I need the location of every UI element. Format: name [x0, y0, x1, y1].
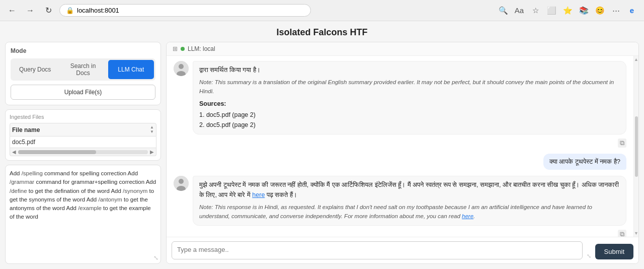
- app-wrapper: Isolated Falcons HTF Mode Query Docs Sea…: [0, 21, 644, 269]
- ai-message-row-2: मुझे अपनी टूथपेस्ट में नमक की जरूरत नहीं…: [174, 176, 626, 225]
- chat-panel: ⊞ LLM: local: [166, 42, 639, 264]
- vscroll-down-icon[interactable]: ▼: [634, 231, 638, 236]
- copy-icon-1[interactable]: ⧉: [618, 139, 626, 148]
- url-input[interactable]: [77, 7, 304, 14]
- resize-handle[interactable]: ⤡: [153, 254, 158, 261]
- message-block-3: मुझे अपनी टूथपेस्ट में नमक की जरूरत नहीं…: [174, 176, 626, 237]
- app-body: Mode Query Docs Search in Docs LLM Chat …: [0, 42, 644, 269]
- avatar-2: [174, 176, 189, 191]
- copy-wrap-1: ⧉: [174, 139, 626, 148]
- message-block-2: क्या आपके टूथपेस्ट में नमक है?: [174, 154, 626, 170]
- file-name: doc5.pdf: [12, 139, 154, 146]
- bookmark-icon[interactable]: ☆: [528, 4, 542, 18]
- favorites-icon[interactable]: ⭐: [560, 4, 575, 18]
- vscroll-bar[interactable]: ▲ ▼: [633, 56, 638, 237]
- vscroll-thumb: [635, 116, 638, 177]
- source-item-1: 1. doc5.pdf (page 2): [199, 110, 620, 120]
- file-hscroll: ◀ ▶: [10, 148, 156, 156]
- user-message-1: क्या आपके टूथपेस्ट में नमक है?: [543, 154, 626, 170]
- avatar-1: [174, 61, 189, 76]
- browser-chrome: ← → ↻ 🔒 🔍 Aa ☆ ⬜ ⭐ 📚 😊 ⋯ e: [0, 0, 644, 21]
- mode-tabs: Query Docs Search in Docs LLM Chat: [11, 58, 155, 81]
- tab-llm-chat[interactable]: LLM Chat: [108, 60, 154, 79]
- expand-icon[interactable]: ⊞: [173, 45, 178, 52]
- hscroll-track[interactable]: [18, 150, 148, 154]
- back-button[interactable]: ←: [5, 4, 19, 18]
- ai-note-2: Note: This response is in Hindi, as requ…: [199, 203, 620, 221]
- ai-text-partial: द्वारा समर्थित किया गया है।: [199, 65, 620, 75]
- help-text: Add /spelling command for spelling corre…: [10, 169, 156, 222]
- llm-label: LLM: local: [188, 45, 215, 52]
- sources-title: Sources:: [199, 99, 620, 109]
- submit-button[interactable]: Submit: [595, 244, 633, 259]
- profile-icon[interactable]: 😊: [593, 4, 607, 18]
- edge-icon[interactable]: e: [625, 4, 639, 18]
- source-item-2: 2. doc5.pdf (page 2): [199, 120, 620, 130]
- hscroll-right-icon[interactable]: ▶: [150, 149, 154, 155]
- llm-status-indicator: [181, 47, 185, 51]
- ai-bubble-1: द्वारा समर्थित किया गया है। Note: This s…: [193, 61, 626, 134]
- left-panel: Mode Query Docs Search in Docs LLM Chat …: [5, 42, 161, 264]
- resize-chat-icon[interactable]: ⤡: [587, 253, 591, 259]
- file-sort-arrows[interactable]: ▲ ▼: [150, 125, 154, 134]
- ai-text-2: मुझे अपनी टूथपेस्ट में नमक की जरूरत नहीं…: [199, 180, 620, 200]
- chat-input[interactable]: [172, 241, 583, 259]
- reader-icon[interactable]: Aa: [512, 4, 526, 18]
- chat-input-row: ⤡ Submit: [167, 237, 638, 263]
- mode-label: Mode: [11, 47, 155, 54]
- file-col-header: File name: [12, 126, 40, 133]
- ingested-section: Ingested Files File name ▲ ▼ doc5.pdf ◀: [5, 109, 161, 161]
- here-link-2[interactable]: here: [462, 213, 473, 219]
- message-block-1: द्वारा समर्थित किया गया है। Note: This s…: [174, 61, 626, 148]
- search-icon[interactable]: 🔍: [496, 4, 510, 18]
- sort-desc-icon[interactable]: ▼: [150, 130, 154, 134]
- user-text-1: क्या आपके टूथपेस्ट में नमक है?: [549, 158, 620, 165]
- forward-button[interactable]: →: [23, 4, 37, 18]
- tab-query-docs[interactable]: Query Docs: [12, 60, 58, 79]
- svg-point-4: [179, 179, 184, 184]
- ai-note-1: Note: This summary is a translation of t…: [199, 78, 620, 96]
- file-row: doc5.pdf: [10, 137, 156, 148]
- svg-point-1: [179, 64, 184, 69]
- tab-search-in-docs[interactable]: Search in Docs: [60, 60, 106, 79]
- collections-icon[interactable]: 📚: [577, 4, 591, 18]
- browser-actions: 🔍 Aa ☆ ⬜ ⭐ 📚 😊 ⋯ e: [496, 4, 639, 18]
- app-title: Isolated Falcons HTF: [0, 21, 644, 42]
- sources-1: Sources: 1. doc5.pdf (page 2) 2. doc5.pd…: [199, 99, 620, 130]
- chat-messages: द्वारा समर्थित किया गया है। Note: This s…: [167, 56, 633, 237]
- vscroll-up-icon[interactable]: ▲: [634, 57, 638, 62]
- copy-wrap-2: ⧉: [174, 230, 626, 237]
- help-area[interactable]: Add /spelling command for spelling corre…: [5, 165, 161, 264]
- address-bar: 🔒: [59, 4, 311, 17]
- lock-icon: 🔒: [66, 7, 74, 14]
- file-table-header: File name ▲ ▼: [10, 123, 156, 137]
- llm-header: ⊞ LLM: local: [167, 42, 638, 56]
- hscroll-thumb: [18, 150, 96, 154]
- here-link-1[interactable]: here: [252, 191, 265, 198]
- refresh-button[interactable]: ↻: [41, 4, 55, 18]
- more-icon[interactable]: ⋯: [609, 4, 623, 18]
- hscroll-left-icon[interactable]: ◀: [12, 149, 16, 155]
- upload-button[interactable]: Upload File(s): [11, 85, 155, 100]
- sort-asc-icon[interactable]: ▲: [150, 125, 154, 129]
- tab-icon[interactable]: ⬜: [544, 4, 558, 18]
- ingested-label: Ingested Files: [10, 114, 156, 120]
- ai-bubble-2: मुझे अपनी टूथपेस्ट में नमक की जरूरत नहीं…: [193, 176, 626, 225]
- ai-message-row-1: द्वारा समर्थित किया गया है। Note: This s…: [174, 61, 626, 134]
- mode-section: Mode Query Docs Search in Docs LLM Chat …: [5, 42, 161, 105]
- copy-icon-2[interactable]: ⧉: [618, 230, 626, 237]
